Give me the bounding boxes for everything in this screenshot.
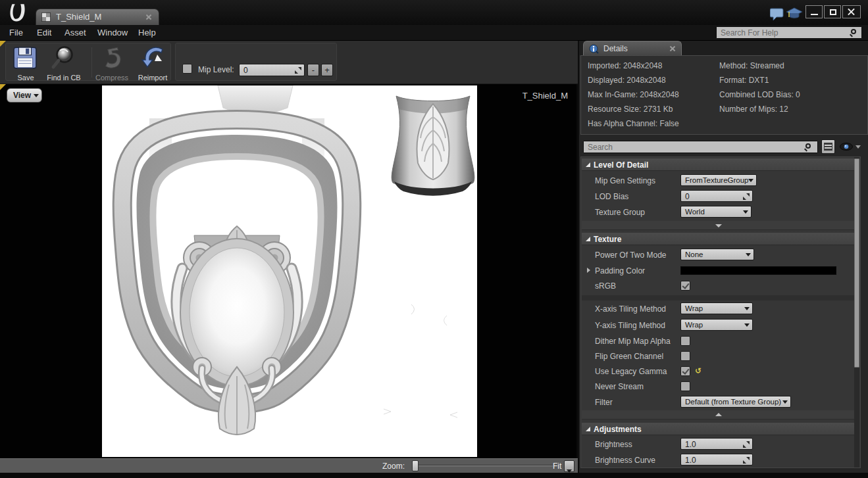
mip-level-label: Mip Level: [198, 65, 234, 74]
section-header-level-of-detail[interactable]: Level Of Detail [582, 158, 854, 171]
advanced-expander[interactable] [582, 221, 854, 230]
brightness-curve-field[interactable]: 1.0 [680, 454, 753, 466]
never-stream-checkbox[interactable] [680, 381, 690, 391]
filter-dropdown[interactable]: Default (from Texture Group) [680, 396, 791, 408]
row-divider [582, 295, 854, 300]
chevron-down-icon [34, 94, 39, 97]
collapse-up-icon [715, 413, 722, 416]
tutorial-cap-icon[interactable] [786, 7, 803, 21]
close-button[interactable] [842, 5, 861, 18]
prop-label: Flip Green Channel [595, 352, 663, 361]
chevron-down-icon[interactable] [855, 145, 861, 149]
chevron-down-icon [746, 253, 751, 256]
feedback-bubble-icon[interactable] [770, 8, 784, 21]
section-expanded-icon [586, 427, 590, 431]
fit-label: Fit [553, 462, 561, 471]
prop-label: Dither Mip Map Alpha [595, 337, 671, 346]
view-options-list-button[interactable] [821, 139, 835, 154]
value-drag-icon[interactable] [743, 457, 750, 464]
mip-gen-settings-dropdown[interactable]: FromTextureGroup [680, 174, 757, 186]
x-axis-tiling-dropdown[interactable]: Wrap [680, 302, 753, 314]
dither-mip-map-alpha-checkbox[interactable] [680, 336, 690, 346]
menu-bar: File Edit Asset Window Help [0, 25, 868, 41]
use-legacy-gamma-checkbox[interactable] [680, 366, 690, 376]
list-icon [824, 143, 832, 151]
asset-tab[interactable]: T_Shield_M [36, 9, 159, 25]
zoom-slider-track[interactable] [415, 465, 553, 466]
flip-green-channel-checkbox[interactable] [680, 351, 690, 361]
eye-icon[interactable] [840, 143, 853, 151]
menu-asset[interactable]: Asset [64, 28, 86, 37]
texture-editor-window: T_Shield_M File Edit Asset Window Help [0, 0, 868, 478]
mip-level-decrement-button[interactable]: - [307, 64, 319, 76]
find-in-cb-button[interactable]: Find in CB [40, 74, 88, 82]
mip-level-increment-button[interactable]: + [321, 64, 333, 76]
texture-viewport[interactable]: View T_Shield_M [0, 84, 578, 459]
save-icon [13, 46, 38, 70]
mip-level-checkbox[interactable] [182, 64, 192, 74]
toolbar: Save Find in CB Compress Reimport Mip Le… [0, 41, 578, 84]
lod-bias-field[interactable]: 0 [680, 190, 753, 202]
find-in-cb-icon [49, 45, 77, 70]
padding-color-swatch[interactable] [680, 266, 836, 275]
info-displayed: Displayed: 2048x2048 [588, 76, 666, 85]
title-bar: T_Shield_M [0, 0, 868, 25]
mip-level-group: Mip Level: 0 - + [175, 43, 337, 81]
menu-file[interactable]: File [9, 28, 23, 37]
minimize-button[interactable] [805, 5, 823, 18]
power-of-two-mode-dropdown[interactable]: None [680, 249, 754, 260]
y-axis-tiling-dropdown[interactable]: Wrap [680, 319, 753, 331]
prop-label: Filter [595, 398, 613, 407]
fit-dropdown-button[interactable] [564, 460, 574, 472]
details-scrollbar[interactable] [854, 157, 859, 467]
toolbar-button-group: Save Find in CB Compress Reimport [5, 43, 171, 81]
zoom-label: Zoom: [382, 462, 405, 471]
maximize-button[interactable] [824, 5, 841, 18]
texture-group-dropdown[interactable]: World [680, 206, 752, 218]
value-drag-icon[interactable] [743, 193, 750, 200]
advanced-collapser[interactable] [582, 410, 854, 419]
texture-preview[interactable] [102, 85, 477, 457]
details-panel: Details Imported: 2048x2048 Displayed: 2… [578, 41, 868, 473]
info-max-ingame: Max In-Game: 2048x2048 [588, 90, 679, 99]
info-resource-size: Resource Size: 2731 Kb [588, 105, 673, 114]
info-format: Format: DXT1 [719, 76, 769, 85]
reset-to-default-icon[interactable]: ↺ [695, 366, 702, 375]
section-header-texture[interactable]: Texture [582, 233, 854, 245]
mip-level-field[interactable]: 0 [239, 64, 305, 76]
expand-right-icon[interactable] [587, 268, 590, 273]
menu-window[interactable]: Window [97, 28, 128, 37]
prop-label: Mip Gen Settings [595, 176, 655, 185]
info-has-alpha: Has Alpha Channel: False [588, 119, 679, 128]
chevron-down-icon [744, 307, 750, 310]
compress-button[interactable]: Compress [91, 74, 132, 82]
value-drag-icon[interactable] [295, 67, 301, 74]
details-search-input[interactable] [583, 141, 818, 153]
reimport-icon [140, 45, 166, 70]
save-button[interactable]: Save [10, 74, 41, 82]
brightness-field[interactable]: 1.0 [680, 438, 753, 450]
srgb-checkbox[interactable] [680, 281, 690, 291]
value-drag-icon[interactable] [743, 441, 750, 448]
view-dropdown-button[interactable]: View [7, 88, 42, 103]
chevron-down-icon [748, 179, 753, 182]
compress-icon [99, 46, 124, 70]
section-header-adjustments[interactable]: Adjustments [582, 423, 854, 435]
details-tab-title: Details [603, 44, 628, 53]
details-tab[interactable]: Details [583, 41, 682, 55]
reimport-button[interactable]: Reimport [132, 74, 173, 82]
info-icon [589, 44, 599, 54]
section-expanded-icon [586, 162, 590, 167]
scrollbar-thumb[interactable] [854, 158, 859, 368]
prop-label: Brightness Curve [595, 456, 655, 465]
zoom-slider-handle[interactable] [412, 460, 419, 471]
prop-label: Power Of Two Mode [595, 251, 667, 260]
menu-edit[interactable]: Edit [37, 28, 51, 37]
asset-tab-title: T_Shield_M [56, 12, 101, 22]
prop-label: Brightness [595, 440, 632, 449]
viewport-zoom-bar: Zoom: Fit [0, 458, 578, 473]
help-search-input[interactable] [716, 26, 862, 39]
info-imported: Imported: 2048x2048 [588, 61, 662, 70]
menu-help[interactable]: Help [138, 28, 156, 37]
unreal-logo-icon [7, 2, 29, 23]
